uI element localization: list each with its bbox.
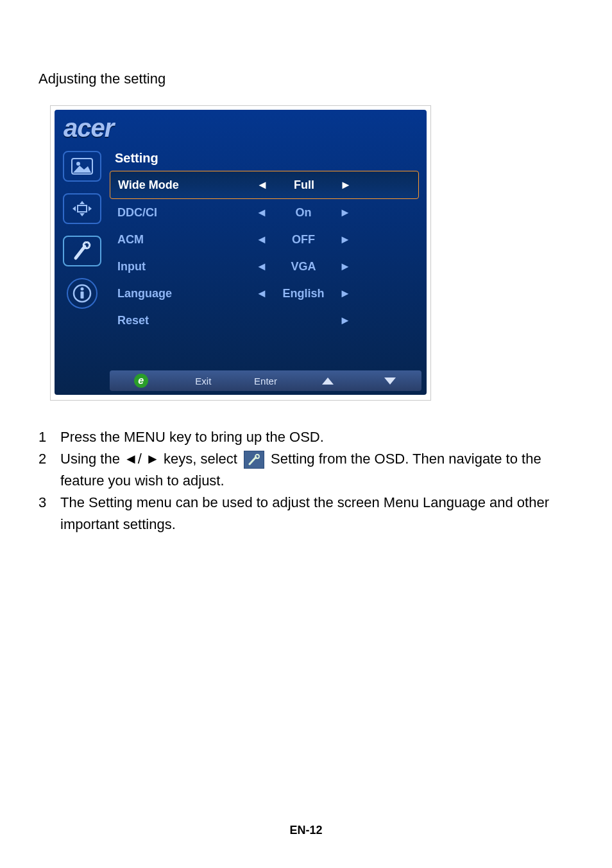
tab-picture-icon[interactable] [63, 151, 101, 182]
tab-info-icon[interactable] [67, 278, 98, 309]
row-value: On [271, 206, 336, 220]
row-value: VGA [271, 260, 336, 273]
instructions-list: 1 Press the MENU key to bring up the OSD… [38, 426, 574, 535]
step-text-part: keys, select [160, 451, 241, 467]
right-arrow-icon[interactable]: ► [336, 287, 355, 300]
row-label: DDC/CI [117, 206, 252, 220]
e-badge-icon: e [134, 374, 148, 388]
tab-setting-icon[interactable] [63, 236, 101, 266]
brand-logo: acer [64, 114, 114, 143]
osd-panel-title: Setting [110, 148, 419, 171]
row-value: OFF [271, 233, 336, 247]
footer-e-button[interactable]: e [110, 374, 172, 388]
osd-row-input[interactable]: Input ◄ VGA ► [110, 253, 419, 280]
right-arrow-icon[interactable]: ► [336, 314, 355, 327]
footer-exit-button[interactable]: Exit [172, 376, 234, 386]
osd-footer-bar: e Exit Enter [110, 370, 421, 391]
osd-row-acm[interactable]: ACM ◄ OFF ► [110, 226, 419, 253]
svg-rect-2 [78, 205, 87, 212]
triangle-up-icon [322, 378, 334, 385]
footer-down-button[interactable] [359, 378, 421, 385]
step-number: 1 [38, 426, 60, 448]
row-value: Full [272, 178, 336, 192]
osd-row-wide-mode[interactable]: Wide Mode ◄ Full ► [110, 171, 419, 199]
key-glyph: ◄/ ► [124, 451, 160, 467]
row-label: Input [117, 260, 252, 273]
step-text: The Setting menu can be used to adjust t… [60, 492, 574, 535]
triangle-down-icon [384, 378, 396, 385]
left-arrow-icon[interactable]: ◄ [252, 287, 271, 300]
row-label: ACM [117, 233, 252, 247]
page-number: EN-12 [0, 824, 612, 837]
section-title: Adjusting the setting [38, 71, 574, 87]
right-arrow-icon[interactable]: ► [336, 178, 355, 192]
svg-rect-6 [81, 291, 84, 299]
step-text: Press the MENU key to bring up the OSD. [60, 426, 574, 448]
right-arrow-icon[interactable]: ► [336, 233, 355, 247]
step-text: Using the ◄/ ► keys, select Setting from… [60, 448, 574, 492]
svg-point-7 [255, 455, 259, 458]
setting-inline-icon [244, 451, 264, 469]
row-label: Language [117, 287, 252, 300]
left-arrow-icon[interactable]: ◄ [252, 206, 271, 220]
svg-point-1 [76, 162, 80, 166]
osd-row-reset[interactable]: Reset ◄ ► [110, 307, 419, 334]
tab-position-icon[interactable] [63, 193, 101, 224]
footer-enter-button[interactable]: Enter [234, 376, 296, 386]
left-arrow-icon[interactable]: ◄ [253, 178, 272, 192]
left-arrow-icon[interactable]: ◄ [252, 260, 271, 273]
right-arrow-icon[interactable]: ► [336, 260, 355, 273]
svg-point-5 [81, 288, 84, 291]
step-number: 2 [38, 448, 60, 492]
row-label: Reset [117, 314, 252, 327]
osd-row-language[interactable]: Language ◄ English ► [110, 280, 419, 307]
right-arrow-icon[interactable]: ► [336, 206, 355, 220]
row-value: English [271, 287, 336, 300]
osd-screenshot: acer [50, 105, 431, 401]
row-label: Wide Mode [118, 178, 253, 192]
left-arrow-icon[interactable]: ◄ [252, 233, 271, 247]
step-number: 3 [38, 492, 60, 535]
footer-up-button[interactable] [297, 378, 359, 385]
osd-row-ddcci[interactable]: DDC/CI ◄ On ► [110, 199, 419, 226]
osd-tab-column [55, 148, 110, 369]
step-text-part: Using the [60, 451, 124, 467]
